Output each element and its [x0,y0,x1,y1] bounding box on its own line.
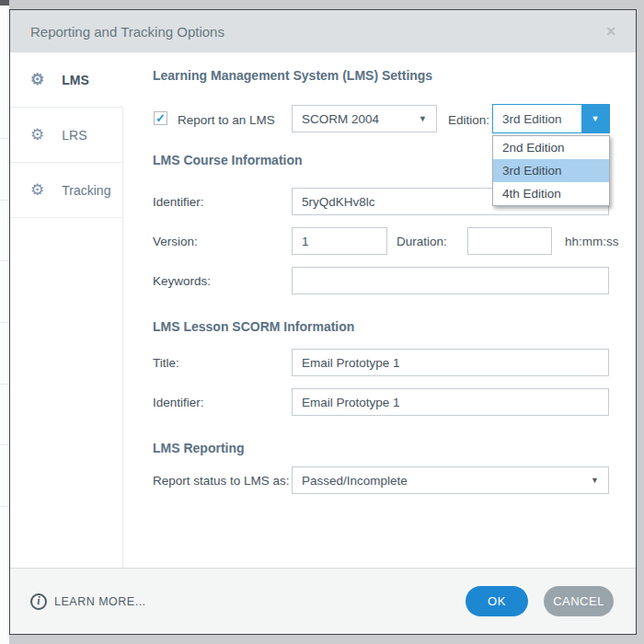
lms-settings-heading: Learning Management System (LMS) Setting… [153,68,432,83]
gear-icon: ⚙ [30,72,44,87]
keywords-input[interactable] [292,267,609,294]
edition-option-3rd[interactable]: 3rd Edition [493,159,609,182]
lms-settings-panel: Learning Management System (LMS) Setting… [123,52,636,568]
close-icon[interactable]: ✕ [603,23,619,40]
lesson-info-heading: LMS Lesson SCORM Information [153,319,354,334]
edition-option-4th[interactable]: 4th Edition [493,182,609,205]
course-info-heading: LMS Course Information [153,153,303,167]
info-icon: i [30,593,47,610]
sidebar-item-lrs[interactable]: ⚙ LRS [10,108,123,163]
report-to-lms-label: Report to an LMS [178,113,275,127]
background-window-edge [0,0,9,644]
cancel-button[interactable]: CANCEL [544,586,614,616]
edition-label: Edition: [448,113,489,127]
reporting-tracking-dialog: Reporting and Tracking Options ✕ ⚙ LMS ⚙… [9,9,637,635]
edition-option-2nd[interactable]: 2nd Edition [493,136,609,159]
learn-more-label: LEARN MORE... [54,595,146,608]
keywords-label: Keywords: [153,274,211,288]
version-label: Version: [153,235,198,248]
report-status-label: Report status to LMS as: [153,474,290,488]
dialog-titlebar: Reporting and Tracking Options ✕ [10,10,636,52]
chevron-down-icon: ▼ [591,476,599,485]
lesson-title-label: Title: [153,356,179,370]
lesson-identifier-label: Identifier: [153,396,204,409]
scorm-standard-dropdown[interactable]: SCORM 2004 ▼ [292,105,437,132]
gear-icon: ⚙ [30,182,44,198]
checkmark-icon: ✓ [155,112,166,124]
lesson-title-input[interactable] [292,349,609,376]
gear-icon: ⚙ [30,127,44,143]
background-window-corner [0,0,9,6]
sidebar-item-label: LRS [62,128,86,143]
version-input[interactable] [292,227,387,255]
lms-reporting-heading: LMS Reporting [153,441,245,455]
report-status-value: Passed/Incomplete [302,474,408,488]
edition-options-list: 2nd Edition 3rd Edition 4th Edition [492,135,610,206]
report-to-lms-checkbox[interactable]: ✓ [154,111,167,125]
scorm-standard-value: SCORM 2004 [302,112,379,126]
sidebar-item-label: Tracking [62,183,110,198]
edition-value: 3rd Edition [493,105,581,132]
chevron-down-icon: ▼ [419,114,427,123]
sidebar-filler [10,218,123,568]
dialog-footer: i LEARN MORE... OK CANCEL [10,568,636,634]
edition-dropdown[interactable]: 3rd Edition ▼ [492,104,610,133]
identifier-label: Identifier: [153,195,204,209]
chevron-down-icon: ▼ [592,114,600,123]
duration-label: Duration: [397,235,447,248]
duration-input[interactable] [467,227,552,255]
report-status-dropdown[interactable]: Passed/Incomplete ▼ [292,466,609,494]
sidebar-item-lms[interactable]: ⚙ LMS [10,52,123,108]
learn-more-link[interactable]: i LEARN MORE... [30,593,146,610]
sidebar-item-label: LMS [62,73,89,87]
duration-format-hint: hh:mm:ss [565,235,619,248]
lesson-identifier-input[interactable] [292,388,609,416]
ok-button[interactable]: OK [466,586,528,616]
edition-dropdown-button[interactable]: ▼ [581,105,609,132]
dialog-title: Reporting and Tracking Options [30,24,224,40]
sidebar: ⚙ LMS ⚙ LRS ⚙ Tracking [10,52,123,568]
sidebar-item-tracking[interactable]: ⚙ Tracking [10,163,123,218]
